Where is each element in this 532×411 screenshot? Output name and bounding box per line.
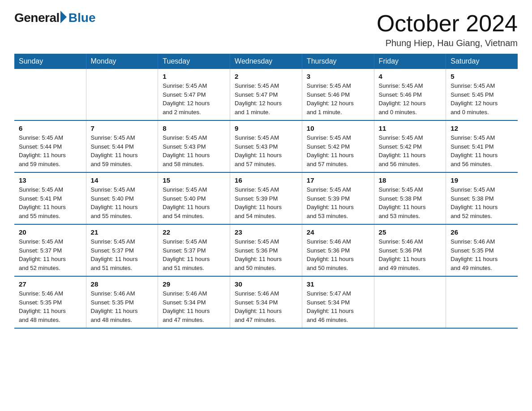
day-number: 20 — [19, 228, 82, 236]
day-cell — [446, 276, 518, 328]
day-number: 2 — [235, 73, 297, 80]
day-number: 17 — [307, 176, 369, 184]
day-number: 22 — [163, 228, 225, 236]
calendar-header-row: SundayMondayTuesdayWednesdayThursdayFrid… — [14, 54, 518, 69]
day-cell: 20Sunrise: 5:45 AMSunset: 5:37 PMDayligh… — [14, 224, 86, 276]
day-cell: 27Sunrise: 5:46 AMSunset: 5:35 PMDayligh… — [14, 276, 86, 328]
day-cell: 31Sunrise: 5:47 AMSunset: 5:34 PMDayligh… — [302, 276, 374, 328]
header-friday: Friday — [374, 54, 446, 69]
day-cell: 3Sunrise: 5:45 AMSunset: 5:46 PMDaylight… — [302, 69, 374, 120]
day-cell: 25Sunrise: 5:46 AMSunset: 5:36 PMDayligh… — [374, 224, 446, 276]
day-number: 14 — [91, 176, 154, 184]
day-cell: 16Sunrise: 5:45 AMSunset: 5:39 PMDayligh… — [230, 172, 302, 224]
day-cell: 30Sunrise: 5:46 AMSunset: 5:34 PMDayligh… — [230, 276, 302, 328]
day-cell: 7Sunrise: 5:45 AMSunset: 5:44 PMDaylight… — [86, 120, 158, 172]
day-number: 19 — [450, 176, 513, 184]
day-cell: 4Sunrise: 5:45 AMSunset: 5:46 PMDaylight… — [374, 69, 446, 120]
day-number: 29 — [163, 280, 225, 288]
day-cell: 9Sunrise: 5:45 AMSunset: 5:43 PMDaylight… — [230, 120, 302, 172]
logo-general-text: General — [14, 11, 60, 25]
day-number: 18 — [379, 176, 442, 184]
day-cell: 6Sunrise: 5:45 AMSunset: 5:44 PMDaylight… — [14, 120, 86, 172]
day-number: 15 — [163, 176, 225, 184]
day-cell: 19Sunrise: 5:45 AMSunset: 5:38 PMDayligh… — [446, 172, 518, 224]
day-info: Sunrise: 5:45 AMSunset: 5:39 PMDaylight:… — [235, 185, 297, 220]
day-cell — [86, 69, 158, 120]
header-thursday: Thursday — [302, 54, 374, 69]
week-row-5: 27Sunrise: 5:46 AMSunset: 5:35 PMDayligh… — [14, 276, 518, 328]
page-header: General Blue October 2024 Phung Hiep, Ha… — [14, 11, 518, 48]
day-cell: 17Sunrise: 5:45 AMSunset: 5:39 PMDayligh… — [302, 172, 374, 224]
day-cell: 21Sunrise: 5:45 AMSunset: 5:37 PMDayligh… — [86, 224, 158, 276]
day-number: 27 — [19, 280, 82, 288]
header-monday: Monday — [86, 54, 158, 69]
day-info: Sunrise: 5:45 AMSunset: 5:42 PMDaylight:… — [307, 133, 369, 168]
day-info: Sunrise: 5:46 AMSunset: 5:35 PMDaylight:… — [19, 289, 82, 324]
header-sunday: Sunday — [14, 54, 86, 69]
header-tuesday: Tuesday — [158, 54, 230, 69]
month-title: October 2024 — [377, 11, 518, 36]
day-number: 31 — [307, 280, 369, 288]
location-text: Phung Hiep, Hau Giang, Vietnam — [377, 38, 518, 48]
day-info: Sunrise: 5:46 AMSunset: 5:35 PMDaylight:… — [91, 289, 154, 324]
day-info: Sunrise: 5:45 AMSunset: 5:43 PMDaylight:… — [163, 133, 225, 168]
day-cell: 14Sunrise: 5:45 AMSunset: 5:40 PMDayligh… — [86, 172, 158, 224]
day-info: Sunrise: 5:47 AMSunset: 5:34 PMDaylight:… — [307, 289, 369, 324]
day-cell: 29Sunrise: 5:46 AMSunset: 5:34 PMDayligh… — [158, 276, 230, 328]
day-info: Sunrise: 5:46 AMSunset: 5:35 PMDaylight:… — [450, 237, 513, 272]
week-row-4: 20Sunrise: 5:45 AMSunset: 5:37 PMDayligh… — [14, 224, 518, 276]
day-number: 12 — [450, 124, 513, 132]
week-row-2: 6Sunrise: 5:45 AMSunset: 5:44 PMDaylight… — [14, 120, 518, 172]
day-number: 23 — [235, 228, 297, 236]
day-number: 8 — [163, 124, 225, 132]
day-cell: 5Sunrise: 5:45 AMSunset: 5:45 PMDaylight… — [446, 69, 518, 120]
day-cell: 24Sunrise: 5:46 AMSunset: 5:36 PMDayligh… — [302, 224, 374, 276]
day-number: 21 — [91, 228, 154, 236]
title-section: October 2024 Phung Hiep, Hau Giang, Viet… — [377, 11, 518, 48]
day-cell: 8Sunrise: 5:45 AMSunset: 5:43 PMDaylight… — [158, 120, 230, 172]
day-info: Sunrise: 5:45 AMSunset: 5:40 PMDaylight:… — [163, 185, 225, 220]
day-cell: 15Sunrise: 5:45 AMSunset: 5:40 PMDayligh… — [158, 172, 230, 224]
day-info: Sunrise: 5:45 AMSunset: 5:39 PMDaylight:… — [307, 185, 369, 220]
day-number: 28 — [91, 280, 154, 288]
day-number: 3 — [307, 73, 369, 80]
day-info: Sunrise: 5:46 AMSunset: 5:34 PMDaylight:… — [163, 289, 225, 324]
day-cell: 26Sunrise: 5:46 AMSunset: 5:35 PMDayligh… — [446, 224, 518, 276]
day-number: 30 — [235, 280, 297, 288]
day-info: Sunrise: 5:46 AMSunset: 5:36 PMDaylight:… — [379, 237, 442, 272]
day-number: 16 — [235, 176, 297, 184]
day-info: Sunrise: 5:45 AMSunset: 5:42 PMDaylight:… — [379, 133, 442, 168]
week-row-1: 1Sunrise: 5:45 AMSunset: 5:47 PMDaylight… — [14, 69, 518, 120]
logo: General Blue — [14, 11, 95, 25]
day-cell: 22Sunrise: 5:45 AMSunset: 5:37 PMDayligh… — [158, 224, 230, 276]
header-saturday: Saturday — [446, 54, 518, 69]
day-info: Sunrise: 5:45 AMSunset: 5:43 PMDaylight:… — [235, 133, 297, 168]
day-number: 13 — [19, 176, 82, 184]
day-info: Sunrise: 5:45 AMSunset: 5:47 PMDaylight:… — [163, 81, 225, 116]
day-cell: 18Sunrise: 5:45 AMSunset: 5:38 PMDayligh… — [374, 172, 446, 224]
day-info: Sunrise: 5:46 AMSunset: 5:34 PMDaylight:… — [235, 289, 297, 324]
logo-blue-text: Blue — [69, 11, 96, 25]
day-cell: 23Sunrise: 5:45 AMSunset: 5:36 PMDayligh… — [230, 224, 302, 276]
day-info: Sunrise: 5:45 AMSunset: 5:44 PMDaylight:… — [91, 133, 154, 168]
day-cell: 10Sunrise: 5:45 AMSunset: 5:42 PMDayligh… — [302, 120, 374, 172]
day-number: 4 — [379, 73, 442, 80]
day-info: Sunrise: 5:46 AMSunset: 5:36 PMDaylight:… — [307, 237, 369, 272]
day-number: 10 — [307, 124, 369, 132]
day-info: Sunrise: 5:45 AMSunset: 5:46 PMDaylight:… — [379, 81, 442, 116]
day-cell: 13Sunrise: 5:45 AMSunset: 5:41 PMDayligh… — [14, 172, 86, 224]
day-info: Sunrise: 5:45 AMSunset: 5:37 PMDaylight:… — [163, 237, 225, 272]
day-info: Sunrise: 5:45 AMSunset: 5:45 PMDaylight:… — [450, 81, 513, 116]
day-cell — [14, 69, 86, 120]
day-info: Sunrise: 5:45 AMSunset: 5:36 PMDaylight:… — [235, 237, 297, 272]
day-info: Sunrise: 5:45 AMSunset: 5:37 PMDaylight:… — [91, 237, 154, 272]
day-cell: 2Sunrise: 5:45 AMSunset: 5:47 PMDaylight… — [230, 69, 302, 120]
logo-arrow-icon — [60, 11, 67, 23]
day-info: Sunrise: 5:45 AMSunset: 5:38 PMDaylight:… — [450, 185, 513, 220]
day-number: 1 — [163, 73, 225, 80]
day-number: 9 — [235, 124, 297, 132]
day-cell: 28Sunrise: 5:46 AMSunset: 5:35 PMDayligh… — [86, 276, 158, 328]
day-number: 6 — [19, 124, 82, 132]
day-number: 24 — [307, 228, 369, 236]
day-cell: 12Sunrise: 5:45 AMSunset: 5:41 PMDayligh… — [446, 120, 518, 172]
